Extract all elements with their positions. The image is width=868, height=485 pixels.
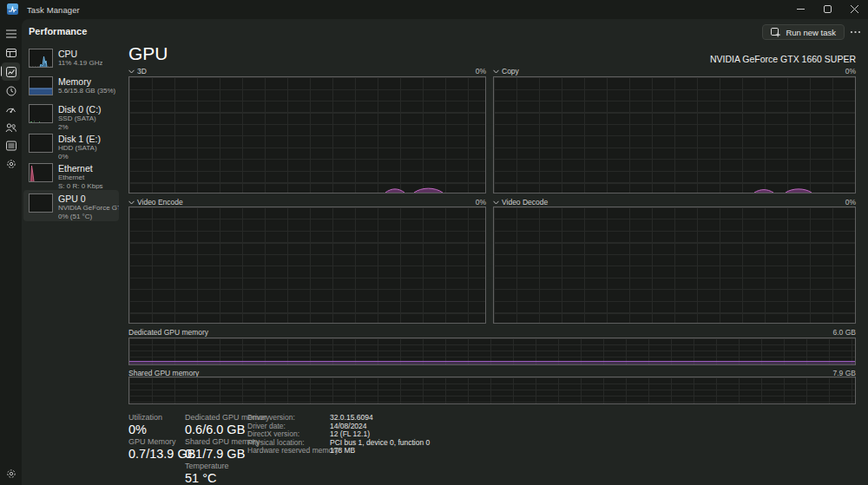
task-manager-app-icon	[7, 3, 18, 15]
shared-memory-stat-value: 0.1/7.9 GB	[185, 447, 245, 461]
titlebar: Task Manager	[0, 0, 868, 19]
hardware-reserved-memory-value: 178 MB	[330, 446, 355, 455]
chart-header-video-encode[interactable]: Video Encode 0%	[128, 198, 486, 206]
gpu-device-name: NVIDIA GeForce GTX 1660 SUPER	[710, 54, 856, 64]
sidebar-item-processes[interactable]	[2, 43, 20, 62]
run-new-task-label: Run new task	[786, 28, 836, 37]
sidebar-item-app-history[interactable]	[2, 82, 20, 100]
shared-memory-chart	[128, 377, 856, 404]
chevron-down-icon	[128, 69, 135, 74]
more-options-button[interactable]	[848, 27, 862, 37]
directx-version-value: 12 (FL 12.1)	[330, 429, 370, 438]
chart-header-3d[interactable]: 3D 0%	[128, 67, 486, 75]
hardware-reserved-memory-label: Hardware reserved memory:	[247, 446, 331, 455]
driver-version-value: 32.0.15.6094	[330, 413, 373, 422]
directx-version-label: DirectX version:	[247, 429, 331, 438]
sidebar-item-performance[interactable]	[2, 62, 20, 81]
content-panel: Performance Run new task CPU 11% 4.19 GH…	[22, 19, 868, 485]
window-title: Task Manager	[27, 5, 80, 15]
chevron-down-icon	[493, 69, 499, 74]
run-new-task-button[interactable]: Run new task	[762, 24, 845, 40]
chevron-down-icon	[128, 200, 135, 205]
gpu-memory-label: GPU Memory	[128, 437, 176, 446]
task-manager-window: Task Manager	[0, 0, 868, 485]
chart-3d-percent: 0%	[476, 67, 486, 75]
sidebar-item-cpu[interactable]: CPU 11% 4.19 GHz	[23, 47, 119, 71]
chart-video-decode-percent: 0%	[845, 198, 856, 206]
dedicated-memory-scale: 6.0 GB	[833, 328, 856, 337]
sidebar-item-memory[interactable]: Memory 5.6/15.8 GB (35%)	[23, 75, 119, 99]
sidebar-item-disk0[interactable]: Disk 0 (C:) SSD (SATA) 2%	[23, 102, 119, 130]
chevron-down-icon	[493, 200, 499, 205]
utilization-value: 0%	[128, 423, 147, 436]
sidebar-item-services[interactable]	[2, 154, 20, 173]
chart-copy-percent: 0%	[845, 67, 856, 75]
run-new-task-icon	[771, 28, 780, 37]
ethernet-mini-chart	[29, 163, 53, 182]
memory-mini-chart	[29, 76, 53, 95]
dedicated-memory-header: Dedicated GPU memory 6.0 GB	[128, 328, 856, 337]
chart-video-decode	[493, 206, 856, 324]
cpu-mini-chart	[29, 49, 53, 68]
chart-header-copy[interactable]: Copy 0%	[493, 67, 856, 75]
disk0-mini-chart	[29, 104, 53, 123]
chart-video-encode	[128, 206, 486, 324]
sidebar-item-disk1[interactable]: Disk 1 (E:) HDD (SATA) 0%	[23, 132, 119, 160]
temperature-label: Temperature	[185, 462, 229, 470]
chart-video-encode-percent: 0%	[476, 198, 486, 206]
sidebar-item-startup-apps[interactable]	[2, 100, 20, 118]
gpu-mini-chart	[29, 193, 53, 213]
close-button[interactable]	[841, 0, 868, 17]
temperature-value: 51 °C	[185, 471, 216, 485]
nav-rail	[0, 19, 22, 485]
driver-version-label: Driver version:	[247, 413, 331, 422]
chart-header-video-decode[interactable]: Video Decode 0%	[493, 198, 856, 206]
disk1-mini-chart	[29, 134, 53, 153]
utilization-label: Utilization	[128, 413, 162, 422]
page-title: Performance	[29, 26, 87, 36]
chart-3d	[128, 76, 486, 193]
maximize-button[interactable]	[814, 0, 841, 17]
chart-copy	[493, 76, 856, 193]
minimize-button[interactable]	[787, 0, 814, 17]
sidebar-item-ethernet[interactable]: Ethernet Ethernet S: 0 R: 0 Kbps	[23, 161, 119, 189]
sidebar-item-gpu0[interactable]: GPU 0 NVIDIA GeForce GTX 16 0% (51 °C)	[23, 190, 119, 221]
dedicated-memory-chart	[128, 338, 856, 365]
gpu-page-title: GPU	[128, 43, 168, 64]
sidebar-item-details[interactable]	[2, 136, 20, 154]
dedicated-memory-stat-value: 0.6/6.0 GB	[185, 423, 245, 436]
hamburger-menu-icon[interactable]	[2, 24, 20, 43]
sidebar-item-users[interactable]	[2, 118, 20, 136]
settings-gear-icon[interactable]	[2, 464, 20, 482]
dedicated-memory-usage-band	[129, 361, 855, 364]
